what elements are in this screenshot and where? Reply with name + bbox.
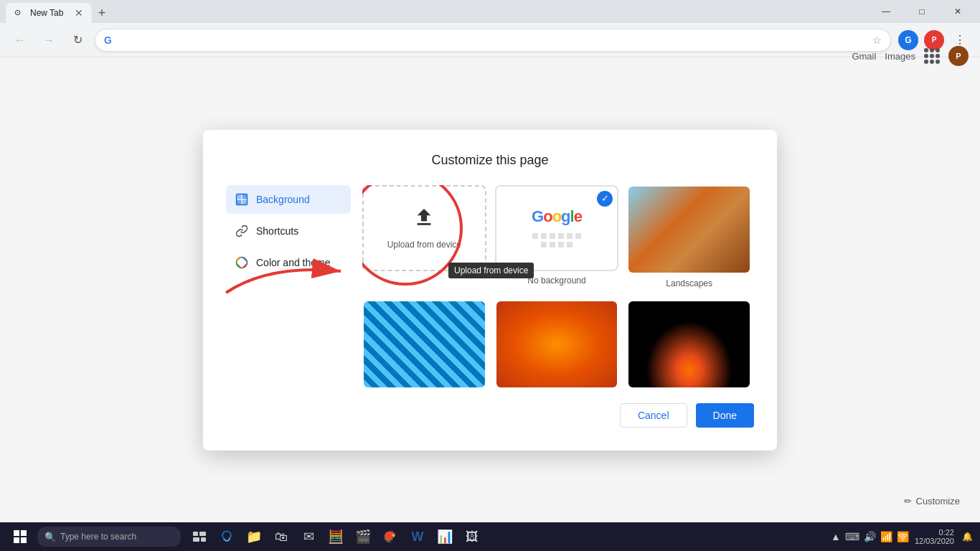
geometric-thumbnail (364, 301, 485, 387)
taskbar-app-icons: 📁 🛍 ✉ 🧮 🎬 W 📊 🖼 (187, 522, 485, 551)
background-icon (235, 192, 249, 207)
orange-card[interactable] (495, 300, 619, 389)
chrome-icon[interactable] (377, 522, 403, 551)
clock[interactable]: 0:22 12/03/2020 (915, 528, 954, 545)
photos-icon[interactable]: 🖼 (459, 522, 485, 551)
user-avatar[interactable]: P (948, 46, 969, 66)
minimize-button[interactable]: — (870, 0, 903, 23)
apps-grid-button[interactable] (924, 48, 940, 64)
volume-icon[interactable]: 🔊 (864, 531, 876, 542)
color-theme-label: Color and theme (256, 257, 331, 268)
media-icon[interactable]: 🎬 (350, 522, 376, 551)
tab-label: New Tab (30, 8, 63, 18)
dots-row-2 (541, 242, 573, 248)
upload-card-container: Upload from device Upload from device (362, 185, 486, 291)
images-link[interactable]: Images (885, 51, 915, 62)
bookmark-star-icon[interactable]: ☆ (872, 34, 882, 46)
geometric-card[interactable] (362, 300, 486, 389)
nav-item-background[interactable]: Background (226, 185, 351, 214)
close-tab-button[interactable]: ✕ (75, 7, 83, 19)
taskbar: 🔍 Type here to search 📁 🛍 ✉ (0, 522, 980, 551)
date-display: 12/03/2020 (915, 537, 954, 545)
dialog-title: Customize this page (226, 153, 754, 168)
show-hidden-icon[interactable]: ▲ (831, 531, 841, 542)
notification-icon: 🔔 (962, 532, 973, 542)
word-icon[interactable]: W (405, 522, 430, 551)
store-icon[interactable]: 🛍 (268, 522, 294, 551)
upload-icon (413, 206, 435, 234)
svg-rect-1 (237, 194, 242, 199)
content-area: Upload from device Upload from device ✓ … (362, 185, 754, 428)
upload-tooltip: Upload from device (448, 263, 534, 278)
navbar: ← → ↻ G ☆ G P ⋮ (0, 23, 980, 57)
forward-button[interactable]: → (37, 29, 60, 52)
dots-row-1 (532, 233, 581, 239)
back-icon: ← (14, 34, 26, 47)
customize-button[interactable]: ✏ Customize (895, 491, 969, 511)
calculator-icon[interactable]: 🧮 (323, 522, 349, 551)
user-initial: P (956, 52, 961, 60)
active-tab[interactable]: ⊙ New Tab ✕ (6, 3, 92, 23)
svg-rect-8 (199, 532, 206, 536)
svg-rect-2 (242, 194, 248, 199)
done-button[interactable]: Done (696, 403, 754, 428)
network-icon[interactable]: 📶 (880, 531, 892, 542)
space-container (627, 300, 751, 389)
tab-area: ⊙ New Tab ✕ + (6, 0, 112, 23)
nav-item-color-theme[interactable]: Color and theme (226, 248, 351, 277)
notification-button[interactable]: 🔔 (960, 529, 974, 544)
dialog-footer: Cancel Done (362, 403, 754, 428)
titlebar: ⊙ New Tab ✕ + — □ ✕ (0, 0, 980, 23)
edge-browser-icon[interactable] (214, 522, 240, 551)
forward-icon: → (43, 34, 55, 47)
upload-from-device-card[interactable]: Upload from device (362, 185, 486, 271)
refresh-icon: ↻ (73, 33, 83, 47)
sidebar-nav: Background Shortcuts (226, 185, 362, 428)
start-button[interactable] (6, 522, 34, 551)
top-right-links: Gmail Images P (852, 46, 969, 66)
system-icons: ▲ ⌨ 🔊 📶 🛜 (831, 531, 909, 542)
geometric-container (362, 300, 486, 389)
taskbar-search[interactable]: 🔍 Type here to search (37, 527, 181, 547)
space-card[interactable] (627, 300, 751, 389)
file-explorer-icon[interactable]: 📁 (241, 522, 267, 551)
keyboard-icon[interactable]: ⌨ (845, 531, 859, 542)
svg-rect-10 (201, 537, 206, 542)
windows-logo (14, 530, 27, 543)
close-window-button[interactable]: ✕ (941, 0, 974, 23)
maximize-button[interactable]: □ (905, 0, 938, 23)
sheets-icon[interactable]: 📊 (432, 522, 458, 551)
shortcuts-label: Shortcuts (256, 225, 298, 237)
google-logo-display: Google (532, 207, 582, 226)
back-button[interactable]: ← (9, 29, 32, 52)
wifi-icon[interactable]: 🛜 (897, 531, 909, 542)
svg-rect-3 (237, 199, 242, 204)
new-tab-button[interactable]: + (92, 3, 112, 23)
gmail-link[interactable]: Gmail (852, 51, 876, 62)
tab-favicon: ⊙ (14, 8, 24, 18)
landscape-thumbnail (628, 187, 750, 273)
customize-dialog: Customize this page Background (203, 130, 777, 451)
edit-icon: ✏ (904, 496, 912, 507)
search-placeholder: Type here to search (60, 532, 136, 542)
color-theme-icon (235, 255, 249, 270)
time-display: 0:22 (915, 528, 954, 537)
nav-item-shortcuts[interactable]: Shortcuts (226, 217, 351, 245)
taskbar-right: ▲ ⌨ 🔊 📶 🛜 0:22 12/03/2020 🔔 (831, 528, 974, 545)
svg-rect-4 (242, 199, 248, 204)
landscapes-card[interactable] (627, 185, 751, 274)
cancel-button[interactable]: Cancel (620, 403, 687, 428)
window-controls: — □ ✕ (870, 0, 974, 23)
background-grid: Upload from device Upload from device ✓ … (362, 185, 754, 389)
main-content: Customize this page Background (0, 57, 980, 522)
selected-check: ✓ (597, 191, 613, 207)
omnibox[interactable]: G ☆ (95, 29, 891, 52)
refresh-button[interactable]: ↻ (66, 29, 89, 52)
search-icon: 🔍 (44, 532, 56, 542)
taskview-button[interactable] (187, 522, 212, 551)
sync-letter: G (905, 35, 911, 45)
no-background-card[interactable]: ✓ Google (495, 185, 619, 271)
mail-icon[interactable]: ✉ (296, 522, 321, 551)
background-label: Background (256, 194, 310, 205)
landscapes-label: Landscapes (627, 274, 751, 291)
